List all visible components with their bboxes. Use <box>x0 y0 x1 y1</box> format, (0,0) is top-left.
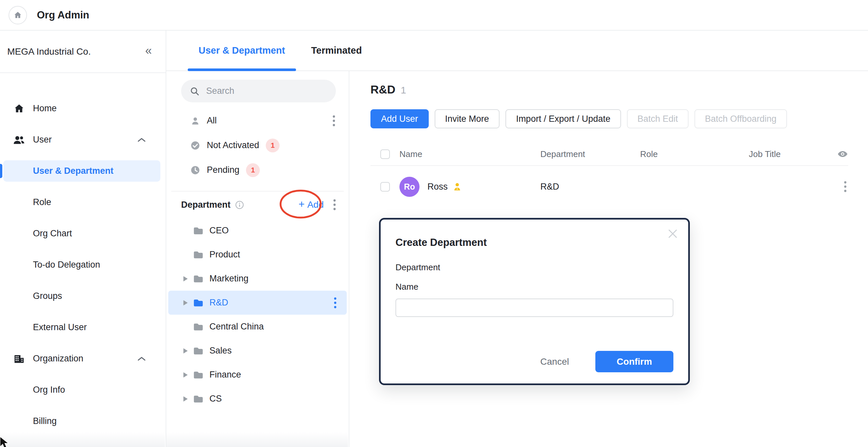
rd-kebab-icon[interactable] <box>334 296 337 309</box>
filter-pending[interactable]: Pending 1 <box>166 158 349 182</box>
add-label: Add <box>307 199 324 210</box>
tree-caret-icon[interactable] <box>183 276 188 281</box>
tree-item-product[interactable]: Product <box>168 243 347 267</box>
batch-edit-button[interactable]: Batch Edit <box>627 109 688 128</box>
table-header: Name Department Role Job Title <box>370 143 848 166</box>
sidebar-item-label: Org Chart <box>33 228 72 238</box>
column-visibility-eye-icon[interactable] <box>837 150 848 158</box>
cancel-button[interactable]: Cancel <box>540 356 569 367</box>
batch-offboarding-button[interactable]: Batch Offboarding <box>694 109 787 128</box>
close-icon[interactable] <box>666 227 679 240</box>
tree-item-label: Product <box>210 250 240 260</box>
pending-count-badge: 1 <box>246 163 260 177</box>
department-name-input[interactable] <box>396 298 673 317</box>
department-kebab-icon[interactable] <box>333 198 336 211</box>
tree-item-marketing[interactable]: Marketing <box>168 267 347 291</box>
collapse-sidebar-icon[interactable]: « <box>145 45 152 59</box>
add-department-button[interactable]: + Add <box>298 199 324 211</box>
import-export-update-button[interactable]: Import / Export / Update <box>505 109 621 128</box>
user-count: 1 <box>401 85 406 96</box>
building-icon <box>12 353 26 364</box>
sidebar-item-organization[interactable]: Organization <box>0 343 166 374</box>
tab-user-department[interactable]: User & Department <box>188 31 296 70</box>
tree-item-central-china[interactable]: Central China <box>168 315 347 339</box>
sidebar-item-label: Billing <box>33 416 57 426</box>
sidebar-item-org-info[interactable]: Org Info <box>0 374 166 406</box>
sidebar-item-label: Home <box>33 103 57 114</box>
tree-item-label: Marketing <box>210 274 249 284</box>
info-icon <box>235 200 244 209</box>
tree-caret-icon[interactable] <box>183 372 188 378</box>
user-row[interactable]: Ro Ross R&D <box>370 166 848 207</box>
sidebar-item-role[interactable]: Role <box>0 187 166 218</box>
sidebar-item-org-chart[interactable]: Org Chart <box>0 218 166 249</box>
tree-item-cs[interactable]: CS <box>168 387 347 411</box>
user-name-cell: Ro Ross <box>399 177 540 197</box>
tree-caret-icon[interactable] <box>183 396 188 402</box>
sidebar-item-home[interactable]: Home <box>0 93 166 124</box>
home-icon <box>13 10 22 20</box>
person-icon <box>190 116 200 126</box>
sidebar-item-external-user[interactable]: External User <box>0 312 166 343</box>
tree-item-label: Finance <box>210 370 241 380</box>
tree-item-ceo[interactable]: CEO <box>168 219 347 243</box>
chevron-up-icon[interactable] <box>137 356 146 361</box>
action-buttons: Add User Invite More Import / Export / U… <box>370 109 848 128</box>
name-field-label: Name <box>396 282 673 292</box>
column-department: Department <box>540 149 640 159</box>
tree-item-rd[interactable]: R&D <box>168 291 347 315</box>
folder-icon <box>193 394 204 404</box>
row-kebab-icon[interactable] <box>844 180 847 193</box>
filter-not-activated[interactable]: Not Activated 1 <box>166 133 349 158</box>
sidebar-item-billing[interactable]: Billing <box>0 406 166 437</box>
select-all-checkbox[interactable] <box>380 150 390 159</box>
sidebar-item-label: Role <box>33 197 51 207</box>
add-user-button[interactable]: Add User <box>370 109 429 128</box>
panel-title-row: R&D 1 <box>370 83 848 96</box>
user-filters: All Not Activated 1 Pending 1 <box>166 108 349 182</box>
home-button[interactable] <box>8 6 27 24</box>
org-name: MEGA Industrial Co. <box>7 46 145 57</box>
page-title: Org Admin <box>37 9 89 21</box>
users-icon <box>12 134 26 146</box>
tree-item-label: Central China <box>210 322 264 332</box>
sidebar-item-label: External User <box>33 322 87 332</box>
sidebar-item-administrator[interactable]: Administrator <box>0 437 166 447</box>
sidebar-item-todo-delegation[interactable]: To-do Delegation <box>0 249 166 281</box>
filter-label: Not Activated <box>207 140 259 151</box>
department-header: Department + Add <box>166 192 349 218</box>
create-department-modal: Create Department Department Name Cancel… <box>379 218 690 385</box>
folder-icon <box>193 226 204 235</box>
not-activated-count-badge: 1 <box>266 138 280 152</box>
tree-caret-icon[interactable] <box>183 300 188 306</box>
tab-terminated[interactable]: Terminated <box>300 31 373 70</box>
sidebar-item-label: Groups <box>33 291 62 301</box>
sidebar-item-user-department[interactable]: User & Department <box>0 155 166 187</box>
check-circle-icon <box>190 140 200 151</box>
column-role: Role <box>640 149 749 159</box>
folder-icon <box>193 322 204 331</box>
tree-item-finance[interactable]: Finance <box>168 363 347 387</box>
row-checkbox[interactable] <box>380 182 390 192</box>
department-title: Department <box>181 200 230 210</box>
tab-bar: User & Department Terminated <box>166 31 868 71</box>
sidebar-item-user[interactable]: User <box>0 124 166 155</box>
tree-item-label: CS <box>210 394 222 404</box>
tree-caret-icon[interactable] <box>183 348 188 353</box>
home-icon <box>12 103 26 114</box>
confirm-button[interactable]: Confirm <box>595 351 673 372</box>
column-job-title: Job Title <box>749 149 837 159</box>
sidebar-item-groups[interactable]: Groups <box>0 281 166 312</box>
user-department: R&D <box>540 182 640 192</box>
invite-more-button[interactable]: Invite More <box>435 109 500 128</box>
sidebar-item-label: Organization <box>33 353 83 364</box>
all-kebab-icon[interactable] <box>332 115 336 127</box>
sidebar-item-label: User <box>33 135 52 145</box>
modal-title: Create Department <box>396 237 673 249</box>
user-name: Ross <box>427 182 448 192</box>
search-input[interactable] <box>206 86 327 96</box>
chevron-up-icon[interactable] <box>137 137 146 142</box>
filter-all[interactable]: All <box>166 108 349 133</box>
search-icon <box>190 86 199 96</box>
tree-item-sales[interactable]: Sales <box>168 339 347 363</box>
